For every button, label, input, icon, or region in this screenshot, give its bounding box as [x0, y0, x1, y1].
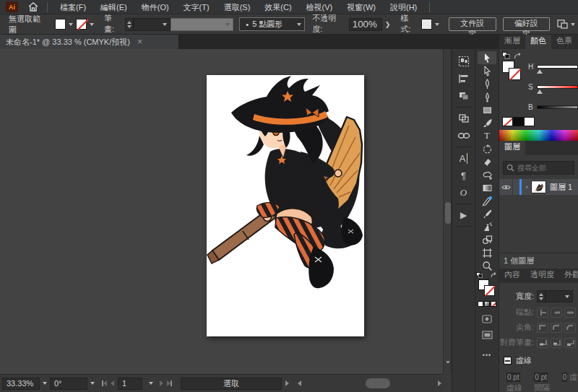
document-setup-button[interactable]: 文件設定 [449, 17, 496, 31]
artboard-number-field[interactable]: 1 [118, 378, 142, 390]
close-tab-icon[interactable]: × [137, 37, 142, 47]
tab-gradient[interactable]: 漸層 [499, 35, 525, 49]
artboard[interactable] [207, 75, 364, 336]
round-join-button[interactable] [551, 323, 562, 333]
round-cap-button[interactable] [551, 308, 562, 318]
stroke-swatch-none[interactable] [509, 68, 521, 80]
document-tab[interactable]: 未命名-1* @ 33.33 % (CMYK/預視) × [0, 35, 179, 49]
paintbrush-tool[interactable] [478, 116, 496, 129]
curvature-tool[interactable] [478, 90, 496, 103]
chevron-down-icon[interactable] [435, 23, 439, 26]
chevron-down-icon[interactable] [90, 23, 94, 26]
app-logo-icon[interactable]: Ai [6, 1, 18, 12]
scroll-down-arrow-icon[interactable] [446, 361, 450, 364]
zoom-tool[interactable] [478, 259, 496, 272]
eraser-tool[interactable] [478, 155, 496, 168]
menu-select[interactable]: 選取(S) [217, 0, 257, 14]
layer-row[interactable]: › 圖層 1 [499, 179, 578, 195]
zoom-level-dropdown[interactable]: 33.33% [2, 378, 40, 390]
dashed-line-checkbox[interactable] [504, 357, 512, 365]
layers-search-input[interactable] [517, 164, 571, 172]
stroke-weight-stepper[interactable] [125, 18, 134, 31]
character-panel-icon[interactable]: A [452, 149, 475, 167]
none-button[interactable] [491, 301, 496, 307]
tab-color[interactable]: 顏色 [525, 35, 551, 49]
screen-mode-icon[interactable] [478, 328, 496, 341]
status-expand-icon[interactable] [285, 380, 289, 386]
gradient-button[interactable] [484, 301, 490, 307]
menu-effect[interactable]: 效果(C) [258, 0, 298, 14]
gap-value-field[interactable]: 0 pt [534, 373, 548, 382]
default-fill-stroke-icon[interactable] [476, 272, 483, 278]
menu-edit[interactable]: 編輯(E) [94, 0, 134, 14]
stroke-weight-label[interactable]: 筆畫: [104, 13, 122, 35]
type-tool[interactable]: T [478, 129, 496, 142]
rotation-dropdown[interactable]: 0° [50, 378, 87, 390]
layer-thumbnail[interactable] [532, 181, 545, 193]
stroke-swatch-none[interactable] [484, 285, 495, 296]
vertical-scrollbar[interactable] [443, 49, 452, 374]
chevron-down-icon[interactable] [90, 382, 95, 385]
white-swatch[interactable] [524, 117, 535, 126]
shaper-tool[interactable] [478, 194, 496, 207]
color-panel-fill-stroke[interactable] [502, 61, 527, 85]
horizontal-scrollbar[interactable] [295, 375, 443, 392]
lock-column[interactable] [512, 179, 519, 195]
layer-name[interactable]: 圖層 1 [550, 182, 572, 193]
tab-contents[interactable]: 內容 [499, 267, 525, 283]
stroke-color-swatch-none[interactable] [76, 19, 87, 30]
scroll-left-arrow-icon[interactable] [298, 380, 301, 386]
next-artboard-icon[interactable] [160, 380, 163, 386]
tab-swatches[interactable]: 色票 [551, 35, 577, 49]
chevron-down-icon[interactable] [149, 382, 153, 385]
butt-cap-button[interactable] [537, 308, 548, 318]
gradient-tool[interactable] [478, 181, 496, 194]
tab-appearance[interactable]: 外觀 [559, 267, 578, 283]
pen-tool[interactable] [478, 77, 496, 90]
rectangle-tool[interactable] [478, 103, 496, 116]
lasso-tool[interactable] [478, 168, 496, 181]
transform-panel-icon[interactable] [452, 110, 475, 127]
color-button[interactable] [478, 301, 483, 307]
artboards-panel-icon[interactable] [452, 53, 475, 70]
pathfinder-panel-icon[interactable] [452, 87, 475, 105]
swap-colors-icon[interactable] [514, 53, 522, 59]
tab-layers[interactable]: 圖層 [499, 139, 525, 155]
opentype-panel-icon[interactable]: O [452, 184, 475, 201]
shape-builder-tool[interactable] [478, 233, 496, 246]
actions-panel-icon[interactable]: ▶ [452, 206, 475, 224]
dash-value-field-2[interactable]: 0 [562, 373, 568, 382]
none-swatch[interactable] [502, 117, 513, 126]
canvas-pasteboard[interactable] [0, 49, 443, 374]
edit-toolbar-icon[interactable]: ••• [483, 352, 491, 359]
fill-stroke-proxy[interactable] [478, 278, 496, 297]
menu-type[interactable]: 文字(T) [177, 0, 216, 14]
black-swatch[interactable] [513, 117, 524, 126]
stroke-width-stepper[interactable] [537, 290, 545, 302]
menu-object[interactable]: 物件(O) [135, 0, 176, 14]
align-center-button[interactable] [537, 338, 548, 348]
previous-artboard-icon[interactable] [111, 380, 114, 386]
tab-transparency[interactable]: 透明度 [525, 267, 559, 283]
scroll-right-arrow-icon[interactable] [438, 380, 441, 386]
brush-definition-dropdown[interactable]: • 5 點圓形 [239, 17, 305, 31]
align-panel-icon[interactable] [452, 70, 475, 87]
chevron-down-icon[interactable] [69, 23, 73, 26]
selection-tool[interactable] [478, 51, 496, 64]
opacity-expand-icon[interactable]: ❯ [385, 21, 391, 28]
menu-help[interactable]: 說明(H) [384, 0, 423, 14]
stroke-width-dropdown[interactable] [545, 290, 573, 302]
visibility-eye-icon[interactable] [499, 184, 512, 191]
first-artboard-icon[interactable] [102, 379, 107, 388]
horizontal-scrollbar-thumb[interactable] [366, 378, 390, 388]
stroke-weight-dropdown[interactable] [134, 18, 171, 31]
opacity-label[interactable]: 不透明度: [312, 13, 346, 35]
arrange-documents-icon[interactable] [557, 19, 578, 29]
preferences-button[interactable]: 偏好設定 [503, 17, 551, 31]
style-swatch[interactable] [421, 19, 432, 30]
projecting-cap-button[interactable] [564, 308, 576, 318]
expand-layer-icon[interactable]: › [522, 183, 532, 191]
direct-selection-tool[interactable] [478, 64, 496, 77]
opacity-input[interactable] [349, 18, 382, 31]
last-artboard-icon[interactable] [167, 379, 172, 388]
